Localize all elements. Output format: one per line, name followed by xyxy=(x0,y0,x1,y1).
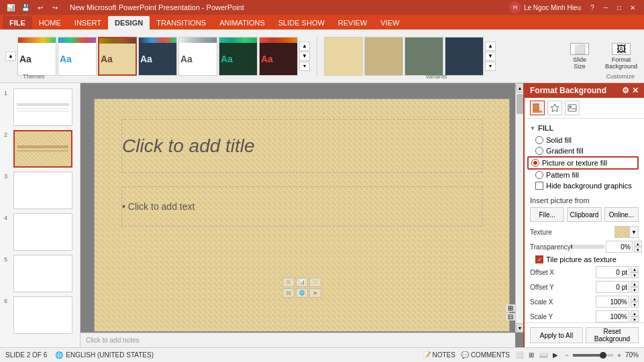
slide-title-placeholder[interactable]: Click to add title xyxy=(121,119,482,173)
slide-thumbnail-5[interactable] xyxy=(13,255,72,292)
notes-area[interactable]: Click to add notes xyxy=(80,333,515,347)
picture-texture-fill-option[interactable]: Picture or texture fill xyxy=(527,156,639,170)
format-panel-settings-icon[interactable]: ⚙ xyxy=(622,86,629,95)
fit-icon[interactable]: ⊞ xyxy=(506,304,515,312)
scroll-up-button[interactable]: ▲ xyxy=(516,83,523,93)
zoom-slider-thumb[interactable] xyxy=(600,352,606,359)
close-button[interactable]: ✕ xyxy=(627,2,639,13)
slide-body-placeholder[interactable]: • Click to add text xyxy=(121,186,482,227)
chart-icon[interactable]: 📊 xyxy=(296,278,308,287)
variants-more[interactable]: ▾ xyxy=(485,62,496,71)
pattern-fill-option[interactable]: Pattern fill xyxy=(530,170,639,180)
slide-thumbnail-2[interactable] xyxy=(13,130,72,168)
slide-thumbnail-6[interactable] xyxy=(13,296,72,334)
offset-y-input[interactable] xyxy=(596,281,629,293)
clipboard-button[interactable]: Clipboard xyxy=(567,207,601,222)
file-button[interactable]: File... xyxy=(530,207,564,222)
tab-transitions[interactable]: TRANSITIONS xyxy=(150,16,213,29)
zoom-out-icon[interactable]: － xyxy=(564,351,570,360)
save-icon[interactable]: 💾 xyxy=(20,2,31,13)
variant-4[interactable] xyxy=(445,37,484,76)
hide-background-option[interactable]: Hide background graphics xyxy=(530,180,639,191)
theme-item-2[interactable]: Aa xyxy=(58,37,97,76)
tile-picture-option[interactable]: ✓ Tile picture as texture xyxy=(530,254,639,265)
variant-3[interactable] xyxy=(405,37,443,76)
slide-thumbnail-1[interactable] xyxy=(13,88,72,126)
scale-x-down[interactable]: ▼ xyxy=(631,302,639,308)
theme-item-4[interactable]: Aa xyxy=(138,37,177,76)
canvas-scrollbar[interactable]: ▲ ▼ xyxy=(515,83,523,333)
notes-button[interactable]: 📝 NOTES xyxy=(423,351,455,359)
slide-thumbnail-4[interactable] xyxy=(13,213,72,251)
zoom-level[interactable]: 70% xyxy=(625,351,639,359)
offset-y-up[interactable]: ▲ xyxy=(631,281,639,287)
slide-thumbnail-3[interactable] xyxy=(13,172,72,209)
help-button[interactable]: ? xyxy=(586,2,598,13)
format-background-button[interactable]: 🖼 FormatBackground xyxy=(601,45,641,68)
online-button[interactable]: Online... xyxy=(604,207,639,222)
scroll-down-button[interactable]: ▼ xyxy=(516,323,523,333)
theme-item-3[interactable]: Aa xyxy=(98,37,137,76)
gradient-fill-option[interactable]: Gradient fill xyxy=(530,145,639,156)
effects-tool-button[interactable] xyxy=(547,101,562,115)
scale-y-input[interactable] xyxy=(596,310,629,322)
transparency-down[interactable]: ▼ xyxy=(634,247,642,253)
texture-dropdown-button[interactable]: ▼ xyxy=(629,226,639,238)
minimize-button[interactable]: ─ xyxy=(600,2,612,13)
hide-background-checkbox[interactable] xyxy=(535,182,543,190)
offset-x-up[interactable]: ▲ xyxy=(631,266,639,272)
transparency-slider[interactable] xyxy=(571,245,604,249)
scale-x-up[interactable]: ▲ xyxy=(631,296,639,302)
theme-item-5[interactable]: Aa xyxy=(178,37,217,76)
variants-scroll-up[interactable]: ▲ xyxy=(485,42,496,51)
view-normal-icon[interactable]: ⬜ xyxy=(515,351,523,359)
pattern-fill-radio[interactable] xyxy=(535,171,543,179)
apply-to-all-button[interactable]: Apply to All xyxy=(530,327,583,343)
slide-canvas[interactable]: Click to add title • Click to add text ⊞… xyxy=(94,99,510,332)
tab-slideshow[interactable]: SLIDE SHOW xyxy=(272,16,331,29)
scale-y-up[interactable]: ▲ xyxy=(631,310,639,316)
offset-y-down[interactable]: ▼ xyxy=(631,287,639,293)
theme-item-7[interactable]: Aa xyxy=(259,37,298,76)
offset-x-down[interactable]: ▼ xyxy=(631,272,639,278)
tab-insert[interactable]: INSERT xyxy=(68,16,108,29)
image-tool-button[interactable] xyxy=(565,101,580,115)
transparency-input[interactable] xyxy=(606,241,633,253)
theme-item-1[interactable]: Aa xyxy=(17,37,56,76)
reset-background-button[interactable]: Reset Background xyxy=(586,327,639,343)
redo-icon[interactable]: ↪ xyxy=(50,2,60,13)
tab-design[interactable]: DESIGN xyxy=(108,16,150,29)
zoom-slider[interactable] xyxy=(573,354,613,357)
tab-animations[interactable]: ANIMATIONS xyxy=(213,16,272,29)
table-icon[interactable]: ⊞ xyxy=(282,278,294,287)
gradient-fill-radio[interactable] xyxy=(535,147,543,155)
themes-prev-button[interactable]: ▲ xyxy=(5,52,16,61)
tab-review[interactable]: REVIEW xyxy=(331,16,374,29)
tab-file[interactable]: FILE xyxy=(3,16,32,29)
variant-2[interactable] xyxy=(364,37,403,76)
zoom-in-icon[interactable]: ＋ xyxy=(616,351,623,360)
zoom-fit-icon[interactable]: ⊟ xyxy=(506,313,515,320)
transparency-up[interactable]: ▲ xyxy=(634,241,642,247)
solid-fill-radio[interactable] xyxy=(535,136,543,144)
comments-button[interactable]: 💬 COMMENTS xyxy=(461,351,510,359)
format-panel-close-icon[interactable]: ✕ xyxy=(632,86,639,95)
themes-scroll-down[interactable]: ▼ xyxy=(299,52,310,61)
solid-fill-option[interactable]: Solid fill xyxy=(530,135,639,145)
tab-home[interactable]: HOME xyxy=(32,16,68,29)
variants-scroll-down[interactable]: ▼ xyxy=(485,52,496,61)
scale-y-down[interactable]: ▼ xyxy=(631,316,639,322)
fill-tool-button[interactable] xyxy=(530,101,545,115)
image-icon[interactable]: 🖼 xyxy=(282,288,294,298)
slide-size-button[interactable]: ⬜ SlideSize xyxy=(559,45,600,68)
view-reading-icon[interactable]: 📖 xyxy=(539,351,547,359)
tab-view[interactable]: VIEW xyxy=(374,16,406,29)
scale-x-input[interactable] xyxy=(596,296,629,308)
view-slideshow-icon[interactable]: ▶ xyxy=(553,351,558,359)
view-slide-sorter-icon[interactable]: ⊞ xyxy=(529,351,534,359)
theme-item-6[interactable]: Aa xyxy=(219,37,258,76)
maximize-button[interactable]: □ xyxy=(613,2,625,13)
smartart-icon[interactable]: ⬡ xyxy=(309,278,321,287)
themes-scroll-up[interactable]: ▲ xyxy=(299,42,310,51)
offset-x-input[interactable] xyxy=(596,266,629,278)
